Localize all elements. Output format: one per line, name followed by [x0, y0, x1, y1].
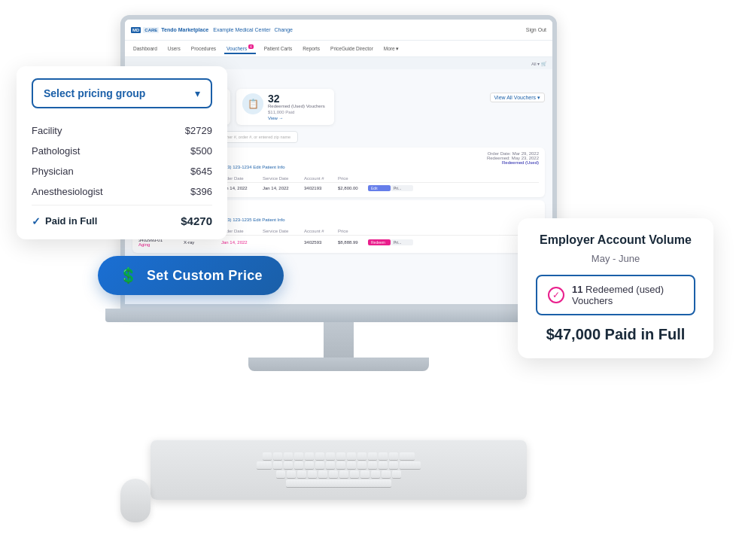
anesthesiologist-value: $396: [190, 186, 212, 197]
key: [257, 461, 272, 469]
chevron-down-icon: ▾: [195, 87, 200, 99]
employer-voucher-text: 11 Redeemed (used) Vouchers: [572, 284, 683, 306]
redeemed-label: Redeemed (Used) Vouchers: [268, 104, 325, 110]
logo-care: CARE: [143, 27, 159, 33]
key: [400, 452, 415, 460]
key: [284, 452, 293, 460]
key: [357, 452, 366, 460]
patient1-meta: Order Date: Mar 29, 2022 Redeemed: May 2…: [487, 151, 539, 175]
monitor-bezel: [105, 309, 572, 322]
key: [336, 452, 345, 460]
key: [315, 461, 324, 469]
pricing-row-anesthesiologist: Anesthesiologist $396: [32, 181, 212, 202]
key: [308, 470, 317, 478]
redeemed-view-link[interactable]: View →: [268, 116, 325, 120]
key: [315, 452, 324, 460]
screen-nav: Dashboard Users Procedures Vouchers 4 Pa…: [125, 41, 552, 57]
redeemed-vouchers-card: 📋 32 Redeemed (Used) Vouchers $11,000 Pa…: [236, 89, 334, 125]
keyboard: [151, 440, 527, 515]
key: [297, 470, 306, 478]
custom-price-label: Set Custom Price: [147, 268, 263, 284]
key: [382, 470, 391, 478]
mouse: [120, 479, 151, 522]
nav-procedures[interactable]: Procedures: [189, 44, 218, 53]
sign-out-link[interactable]: Sign Out: [526, 27, 546, 32]
redeem-badge[interactable]: Redeem: [368, 239, 391, 245]
nav-patient-carts[interactable]: Patient Carts: [262, 44, 295, 53]
physician-label: Physician: [32, 166, 74, 177]
brand-name: Tendo Marketplace: [161, 27, 208, 32]
employer-card: Employer Account Volume May - June ✓ 11 …: [518, 218, 713, 358]
employer-check-icon: ✓: [548, 287, 564, 303]
redeemed-icon: 📋: [242, 93, 263, 114]
nav-reports[interactable]: Reports: [300, 44, 322, 53]
key: [389, 461, 398, 469]
print-badge[interactable]: Pri...: [391, 185, 413, 191]
company-name: Example Medical Center Change: [213, 27, 293, 32]
key: [339, 470, 348, 478]
pathologist-value: $500: [190, 145, 212, 157]
key: [389, 452, 398, 460]
keyboard-body: [151, 440, 527, 500]
patient2-edit-link[interactable]: Edit Patient Info: [253, 218, 284, 222]
key-row-4: [286, 479, 391, 487]
key-row-3: [276, 470, 401, 478]
nav-vouchers[interactable]: Vouchers 4: [224, 43, 256, 54]
key: [379, 461, 388, 469]
key: [294, 461, 303, 469]
facility-value: $2729: [185, 125, 212, 136]
key: [357, 461, 366, 469]
pricing-dropdown[interactable]: Select pricing group ▾: [32, 78, 212, 108]
pricing-row-physician: Physician $645: [32, 161, 212, 181]
key: [329, 470, 338, 478]
pricing-divider: [32, 205, 212, 205]
print-badge-2[interactable]: Pri...: [391, 239, 413, 245]
dollar-icon: 💲: [119, 266, 138, 285]
key: [305, 452, 314, 460]
key: [368, 461, 377, 469]
key: [287, 470, 296, 478]
facility-label: Facility: [32, 125, 62, 136]
key-row-1: [263, 452, 415, 460]
nav-more[interactable]: More ▾: [382, 44, 402, 53]
spacebar[interactable]: [286, 479, 391, 487]
physician-value: $645: [190, 166, 212, 177]
nav-users[interactable]: Users: [166, 44, 183, 53]
nav-priceguide[interactable]: PriceGuide Director: [328, 44, 376, 53]
key: [400, 461, 421, 469]
logo-md: MD: [131, 27, 141, 33]
key: [326, 461, 335, 469]
key: [263, 452, 272, 460]
key: [347, 461, 356, 469]
employer-title: Employer Account Volume: [536, 233, 695, 247]
view-all-btn[interactable]: View All Vouchers ▾: [490, 89, 545, 125]
key: [392, 470, 401, 478]
nav-dashboard[interactable]: Dashboard: [131, 44, 160, 53]
key: [336, 461, 345, 469]
key: [273, 461, 282, 469]
screen-topbar: MD CARE Tendo Marketplace Example Medica…: [125, 20, 552, 41]
custom-price-button[interactable]: 💲 Set Custom Price: [98, 256, 284, 295]
redeemed-count: 32: [268, 93, 325, 104]
key: [318, 470, 327, 478]
logo-area: MD CARE Tendo Marketplace: [131, 27, 208, 33]
edit-badge[interactable]: Edit: [368, 185, 391, 191]
key: [305, 461, 314, 469]
pricing-total-label: ✓ Paid in Full: [32, 215, 97, 227]
key: [368, 452, 377, 460]
patient1-edit-link[interactable]: Edit Patient Info: [253, 165, 284, 169]
pricing-row-facility: Facility $2729: [32, 120, 212, 141]
key-row-2: [257, 461, 421, 469]
pricing-dropdown-label: Select pricing group: [44, 87, 145, 99]
key: [326, 452, 335, 460]
key: [284, 461, 293, 469]
employer-voucher-row: ✓ 11 Redeemed (used) Vouchers: [536, 275, 695, 315]
account-info: All ▾ 🛒: [531, 61, 546, 66]
key: [294, 452, 303, 460]
change-link[interactable]: Change: [274, 27, 293, 32]
mouse-body: [120, 479, 151, 522]
key: [276, 470, 285, 478]
pricing-card: Select pricing group ▾ Facility $2729 Pa…: [17, 66, 227, 239]
key: [350, 470, 359, 478]
key: [379, 452, 388, 460]
